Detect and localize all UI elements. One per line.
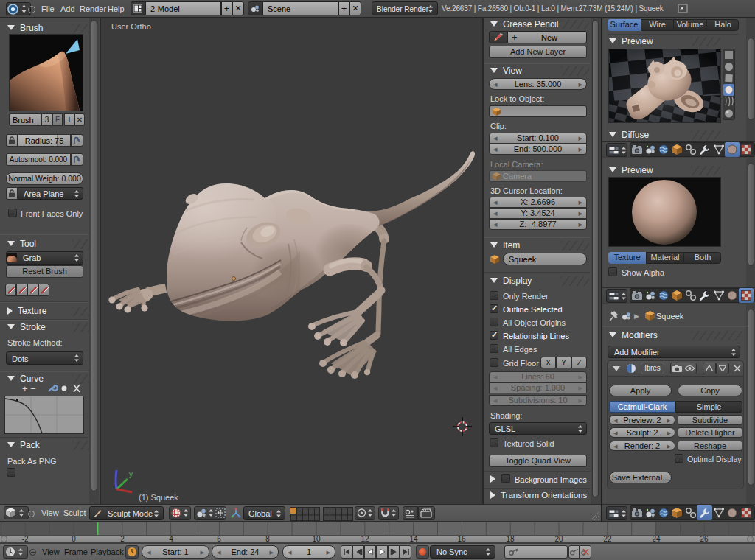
svg-text:y: y [129,470,133,478]
